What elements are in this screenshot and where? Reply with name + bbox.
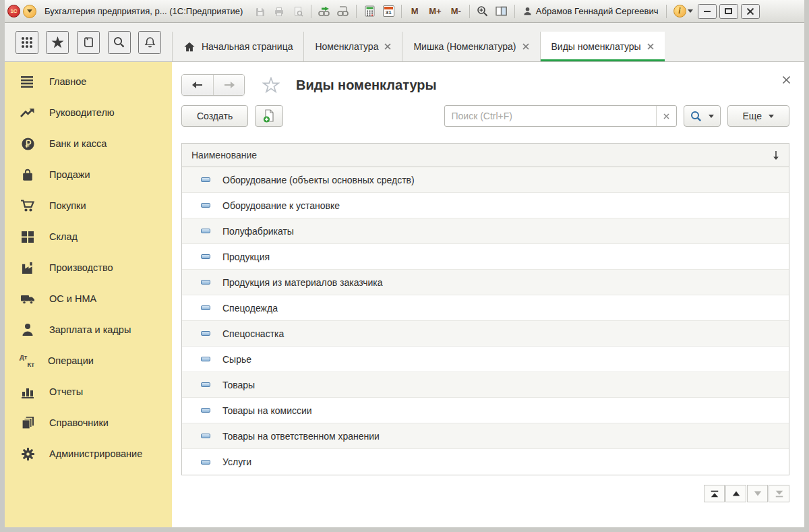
table-row[interactable]: Продукция из материалов заказчика [182, 270, 789, 295]
bell-icon [144, 36, 156, 49]
help-button[interactable]: i [671, 3, 695, 20]
list-item-marker-icon [201, 280, 210, 285]
create-button[interactable]: Создать [181, 105, 248, 127]
table-row[interactable]: Товары на ответственном хранении [182, 423, 789, 449]
table-row[interactable]: Услуги [182, 449, 789, 475]
go-last-button[interactable] [769, 485, 789, 502]
chevron-down-icon [709, 115, 714, 118]
search-options-button[interactable] [684, 105, 721, 127]
go-to-link-button[interactable] [316, 3, 332, 20]
tab-vidy-nomenklatury[interactable]: Виды номенклатуры [540, 32, 665, 61]
close-tab-icon[interactable] [647, 43, 654, 50]
table-row[interactable]: Товары на комиссии [182, 398, 789, 423]
go-first-button[interactable] [704, 485, 725, 502]
sidebar-item-label: Справочники [49, 417, 109, 428]
global-search-button[interactable] [108, 31, 131, 54]
list-item-marker-icon [201, 305, 210, 310]
table-row[interactable]: Оборудование (объекты основных средств) [182, 167, 789, 193]
sidebar-item-otchety[interactable]: Отчеты [5, 376, 172, 407]
split-view-button[interactable] [493, 3, 510, 20]
calendar-button[interactable]: 31 [380, 3, 396, 20]
save-button[interactable] [252, 3, 268, 20]
create-group-button[interactable] [255, 105, 283, 127]
zoom-button[interactable] [475, 3, 491, 20]
sidebar-item-os-i-nma[interactable]: ОС и НМА [5, 283, 172, 314]
print-button[interactable] [271, 3, 287, 20]
sidebar-item-pokupki[interactable]: Покупки [5, 190, 172, 221]
table-row[interactable]: Полуфабрикаты [182, 218, 789, 244]
new-group-icon [262, 109, 276, 123]
dt-kt-icon: Дт Кт [20, 353, 34, 368]
table-row[interactable]: Спецоснастка [182, 321, 789, 347]
sections-menu-button[interactable] [16, 31, 38, 54]
clear-search-button[interactable] [656, 106, 676, 126]
tab-label: Виды номенклатуры [551, 41, 641, 52]
sidebar-item-bank-i-kassa[interactable]: Банк и касса [5, 128, 172, 159]
favorites-button[interactable] [46, 31, 69, 54]
row-label: Продукция [222, 252, 270, 262]
content-panel: Виды номенклатуры Создать Еще [172, 62, 804, 527]
sidebar-item-spravochniki[interactable]: Справочники [5, 407, 172, 438]
search-icon [690, 111, 702, 122]
table-header-row[interactable]: Наименование [182, 144, 789, 167]
search-input[interactable] [445, 106, 656, 126]
sidebar-item-administrirovanie[interactable]: Администрирование [5, 438, 172, 469]
list-item-marker-icon [201, 203, 210, 208]
more-button[interactable]: Еще [727, 105, 790, 127]
minimize-button[interactable] [698, 4, 717, 19]
sidebar-item-rukovoditelyu[interactable]: Руководителю [5, 97, 172, 128]
print-preview-button[interactable] [290, 3, 306, 20]
ruble-circle-icon [20, 136, 36, 151]
arrow-right-icon [223, 81, 235, 89]
table-row[interactable]: Оборудование к установке [182, 193, 789, 218]
sidebar-item-prodazhi[interactable]: Продажи [5, 159, 172, 190]
sidebar-item-sklad[interactable]: Склад [5, 221, 172, 252]
notifications-button[interactable] [138, 31, 161, 54]
table-row[interactable]: Продукция [182, 244, 789, 270]
current-user[interactable]: Абрамов Геннадий Сергеевич [522, 6, 659, 16]
list-navigation [172, 485, 789, 502]
column-header-name: Наименование [191, 150, 257, 160]
history-button[interactable] [77, 31, 100, 54]
go-down-button[interactable] [747, 485, 768, 502]
close-tab-icon[interactable] [384, 43, 391, 50]
favorite-star-icon[interactable] [262, 77, 280, 94]
list-item-marker-icon [201, 460, 210, 465]
back-button[interactable] [182, 75, 213, 95]
main-menu-button[interactable] [23, 5, 36, 18]
app-window: 1С Бухгалтерия предприятия, р... (1С:Пре… [0, 0, 809, 532]
sidebar-item-label: Банк и касса [49, 138, 107, 149]
tab-home[interactable]: Начальная страница [172, 32, 303, 61]
close-form-button[interactable] [782, 76, 791, 84]
row-label: Сырье [222, 354, 251, 365]
calculator-button[interactable] [361, 3, 378, 20]
sidebar-item-zarplata-i-kadry[interactable]: Зарплата и кадры [5, 314, 172, 345]
sidebar-item-proizvodstvo[interactable]: Производство [5, 252, 172, 283]
memory-minus-button[interactable]: M- [448, 3, 465, 20]
chevron-down-icon [688, 9, 693, 13]
tab-mishka-nomenklatura[interactable]: Мишка (Номенклатура) [402, 32, 539, 61]
list-item-marker-icon [201, 177, 210, 182]
memory-plus-button[interactable]: M+ [425, 3, 444, 20]
table-row[interactable]: Спецодежда [182, 295, 789, 321]
maximize-button[interactable] [719, 4, 738, 19]
grid-icon [20, 36, 34, 49]
get-link-button[interactable] [335, 3, 351, 20]
sidebar-item-glavnoe[interactable]: Главное [5, 66, 172, 97]
sidebar-item-operacii[interactable]: Дт Кт Операции [5, 345, 172, 376]
list-item-marker-icon [201, 254, 210, 259]
table-row[interactable]: Товары [182, 372, 789, 398]
list-item-marker-icon [201, 408, 210, 413]
shopping-bag-icon [20, 167, 36, 182]
history-scroll-icon [82, 36, 94, 49]
close-window-button[interactable] [741, 4, 760, 19]
sidebar: Главное Руководителю Банк и касса Продаж… [5, 62, 172, 527]
close-tab-icon[interactable] [522, 43, 529, 50]
forward-button[interactable] [213, 75, 244, 95]
memory-recall-button[interactable]: M [407, 3, 423, 20]
reference-books-icon [20, 415, 36, 430]
tab-nomenklatura[interactable]: Номенклатура [303, 32, 402, 61]
close-icon [746, 7, 754, 16]
table-row[interactable]: Сырье [182, 347, 789, 372]
go-up-button[interactable] [725, 485, 746, 502]
